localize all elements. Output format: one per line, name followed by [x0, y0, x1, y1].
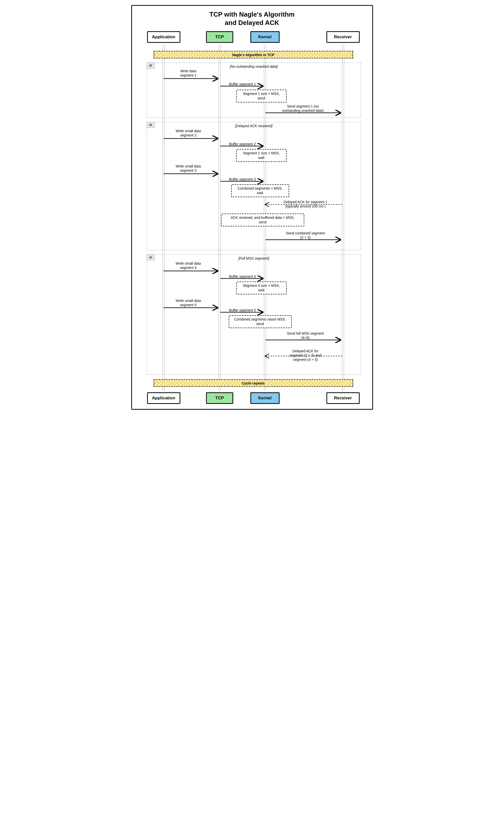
- alt2-guard: [Delayed ACK received]: [235, 124, 272, 128]
- note-combined-wait: Combined segments < MSS,wait: [231, 184, 289, 197]
- title-line-1: TCP with Nagle's Algorithm: [209, 11, 295, 18]
- participant-kernel-top: Kernel: [250, 31, 280, 43]
- msg-buffer-seg5: Buffer segment 5: [224, 308, 261, 312]
- alt1-guard: [No outstanding unacked data]: [230, 64, 278, 68]
- note-combined-mss: Combined segments reach MSS,send: [229, 315, 292, 328]
- banner-nagle: Nagle's Algorithm in TCP: [154, 51, 353, 58]
- msg-buffer-seg1: Buffer segment 1: [224, 82, 261, 86]
- msg-delayed-ack-seg1: Delayed ACK for segment 1(typically arou…: [279, 200, 332, 208]
- msg-write-seg1: Write datasegment 1: [168, 69, 208, 78]
- note-ack-received: ACK received, and buffered data < MSS,se…: [221, 213, 304, 226]
- banner-cycle-repeats: Cycle repeats: [154, 379, 353, 387]
- alt-tag: alt: [147, 122, 155, 128]
- msg-write-seg2: Write small datasegment 2: [168, 129, 208, 138]
- participant-receiver-bottom: Receiver: [326, 392, 360, 404]
- participant-receiver-top: Receiver: [326, 31, 360, 43]
- msg-buffer-seg4: Buffer segment 4: [224, 274, 261, 279]
- title-line-2: and Delayed ACK: [225, 19, 279, 26]
- msg-write-seg5: Write small datasegment 5: [168, 299, 208, 307]
- msg-send-combined-23: Send combined segment(2 + 3): [279, 231, 332, 240]
- msg-buffer-seg3: Buffer segment 3: [224, 177, 261, 182]
- msg-send-seg1: Send segment 1 (nooutstanding unacked da…: [277, 104, 329, 113]
- msg-buffer-seg2: Buffer segment 2: [224, 142, 261, 146]
- participant-application-top: Application: [147, 31, 180, 43]
- participant-tcp-bottom: TCP: [206, 392, 233, 404]
- note-seg4-wait: Segment 4 size < MSS,wait: [236, 282, 287, 294]
- msg-send-full-mss: Send full MSS segment(4+5): [279, 331, 332, 340]
- msg-write-seg3: Write small datasegment 3: [168, 164, 208, 173]
- participant-kernel-bottom: Kernel: [250, 392, 280, 404]
- note-seg2-wait: Segment 2 size < MSS,wait: [236, 149, 287, 162]
- note-seg1-send: Segment 1 size < MSS,send: [236, 90, 287, 102]
- alt3-guard: [Full MSS segment]: [238, 256, 269, 260]
- msg-write-seg4: Write small datasegment 4: [168, 261, 208, 270]
- participant-application-bottom: Application: [147, 392, 180, 404]
- diagram-frame: TCP with Nagle's Algorithm and Delayed A…: [131, 5, 373, 410]
- alt-tag: alt: [147, 254, 155, 260]
- diagram-title: TCP with Nagle's Algorithm and Delayed A…: [136, 10, 369, 27]
- sequence-diagram: Application TCP Kernel Receiver Applicat…: [136, 31, 369, 404]
- participant-tcp-top: TCP: [206, 31, 233, 43]
- msg-delayed-ack-combined: Delayed ACK forsegment (2 + 3) andsegmen…: [279, 349, 332, 362]
- alt-tag: alt: [147, 62, 155, 68]
